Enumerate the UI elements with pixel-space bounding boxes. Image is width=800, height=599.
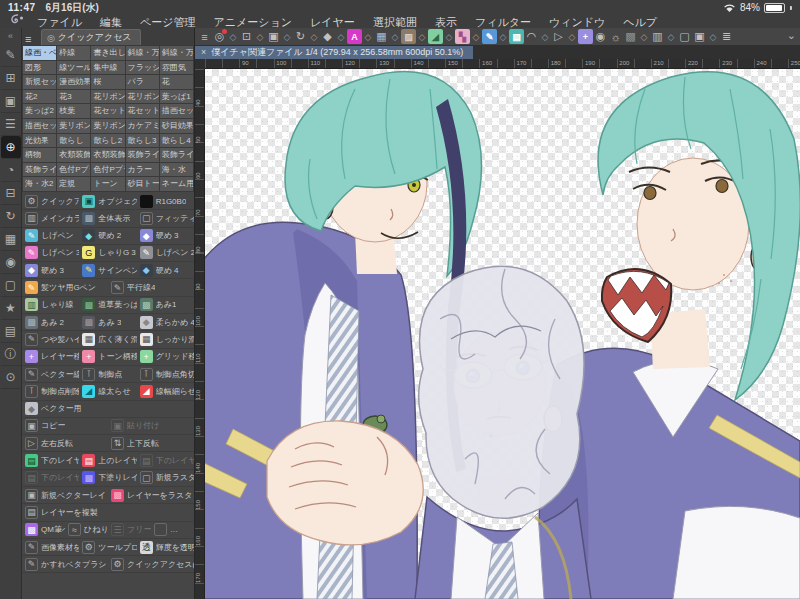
shortcut-制御点[interactable]: ⊺制御点 [79,368,136,381]
favorites-icon[interactable]: ★ [1,297,21,320]
menu-item-ウィンドウ[interactable]: ウィンドウ [540,16,614,28]
shortcut-オブジェクト 3[interactable]: ▣オブジェクト 3 [79,195,136,208]
shortcut-R1G0B0[interactable]: R1G0B0 [137,195,194,208]
snap-icon[interactable]: ▷ [551,29,566,44]
shortcut-フリーハンド[interactable]: ☰フリーハンド [108,523,151,536]
diamond-toggle-icon[interactable]: ◇ [308,29,320,44]
portfolio-icon[interactable]: ▣ [692,29,707,44]
text-tool-icon[interactable]: A [347,29,362,44]
shortcut-かすれベタブラシ[interactable]: ✎かすれベタブラシ [22,558,108,571]
qa-cell-枠線[interactable]: 枠線 [57,46,90,60]
qa-cell-散らし4[interactable]: 散らし4 [160,134,193,148]
qa-cell-花セット[interactable]: 花セット [91,104,124,118]
shortcut-レイヤーを複製[interactable]: ▤レイヤーを複製 [22,506,194,519]
diamond-toggle-icon[interactable]: ◇ [416,29,428,44]
shortcut-ツールプロパティ([interactable]: ⚙ツールプロパティ( [79,541,136,554]
qa-cell-葉リボン[interactable]: 葉リボン [57,119,90,133]
shortcut-貼り付け[interactable]: ▣貼り付け [108,419,194,432]
shortcut-柔らかめ 4[interactable]: ◆柔らかめ 4 [137,316,194,329]
shortcut-レイヤー移動[interactable]: +レイヤー移動 [22,350,79,363]
qa-cell-散らし2[interactable]: 散らし2 [91,134,124,148]
qa-cell-トーン[interactable]: トーン [91,177,124,191]
shortcut-しっかり滑らか削[interactable]: ▦しっかり滑らか削 [137,333,194,346]
clip-studio-logo-icon[interactable] [6,14,28,28]
shortcut-フィッティング[interactable]: ▢フィッティング [137,212,194,225]
menu-item-レイヤー[interactable]: レイヤー [301,16,364,28]
qa-cell-描画セット[interactable]: 描画セット [160,104,193,118]
shortcut-線太らせ[interactable]: ◢線太らせ [79,385,136,398]
qa-cell-花リボン2[interactable]: 花リボン2 [126,90,159,104]
transform-icon[interactable]: ⊡ [239,29,254,44]
shortcut-上下反転[interactable]: ⇅上下反転 [108,437,194,450]
menu-item-アニメーション[interactable]: アニメーション [205,16,302,28]
shortcut-下のレイヤーを編[interactable]: ▤下のレイヤーを編 [22,454,79,467]
diamond-toggle-icon[interactable]: ◇ [539,29,551,44]
diamond-toggle-icon[interactable]: ◇ [281,29,293,44]
green-material-icon[interactable]: ◢ [428,29,443,44]
diamond-toggle-icon[interactable]: ◇ [707,29,719,44]
qa-cell-カラー[interactable]: カラー [126,163,159,177]
shortcut-広く薄く滑らか削[interactable]: ▦広く薄く滑らか削 [79,333,136,346]
tone-icon[interactable]: ▩ [623,29,638,44]
zoom-cursor-icon[interactable]: ◉ [593,29,608,44]
shortcut-新規ベクターレイ[interactable]: ▣新規ベクターレイ [22,489,108,502]
stack-icon[interactable]: ≣ [719,29,734,44]
diamond-toggle-icon[interactable]: ◇ [638,29,650,44]
zoom-tool-icon[interactable]: ⊕ [1,136,21,159]
qa-cell-描画セット[interactable]: 描画セット [23,119,56,133]
diamond-toggle-icon[interactable]: ◇ [362,29,374,44]
color-picker-icon[interactable]: ◔ [1,159,21,182]
diamond-toggle-icon[interactable]: ◇ [566,29,578,44]
diamond-toggle-icon[interactable]: ◇ [335,29,347,44]
qa-cell-枝葉[interactable]: 枝葉 [57,104,90,118]
bag-icon[interactable]: ▣ [266,29,281,44]
qa-cell-色付Pブラシ[interactable]: 色付Pブラシ [91,163,124,177]
lasso-icon[interactable]: ◠ [524,29,539,44]
shortcut-道草葉っぱ用ブラ[interactable]: ▩道草葉っぱ用ブラ [79,298,136,311]
shortcut-メインカラーとサ[interactable]: ▥メインカラーとサ [22,212,79,225]
qa-cell-図形[interactable]: 図形 [23,61,56,75]
shortcut-左右反転[interactable]: ▷左右反転 [22,437,108,450]
menu-item-ページ管理[interactable]: ページ管理 [131,16,205,28]
pink-checker-icon[interactable]: ▚ [455,29,470,44]
shortcut-輝度を透明度に変[interactable]: 透輝度を透明度に変 [137,541,194,554]
menu-item-ファイル[interactable]: ファイル [28,16,91,28]
qa-cell-花2[interactable]: 花2 [23,90,56,104]
grid-icon[interactable]: ▦ [1,228,21,251]
menu-item-フィルター[interactable]: フィルター [466,16,540,28]
shortcut-髪ツヤ用Gペン[interactable]: ✎髪ツヤ用Gペン [22,281,108,294]
shortcut-ベクター用[interactable]: ◆ベクター用 [22,402,194,415]
window-icon[interactable]: ▢ [677,29,692,44]
shortcut-新規ラスターレイ[interactable]: ▢新規ラスターレイ [137,471,194,484]
shortcut-コピー[interactable]: ▣コピー [22,419,108,432]
qa-cell-書き出し[interactable]: 書き出し [91,46,124,60]
close-tab-icon[interactable]: × [201,46,206,59]
shortcut-ベクター線単純化[interactable]: ✎ベクター線単純化 [22,368,79,381]
diamond-toggle-icon[interactable]: ◇ [497,29,509,44]
qa-cell-衣類装飾[interactable]: 衣類装飾 [57,148,90,162]
document-tab[interactable]: × 僕イチャ関連ファイル 1/4 (279.94 x 256.58mm 600d… [195,46,473,59]
puzzle-move-icon[interactable]: + [578,29,593,44]
shortcut-硬め 2[interactable]: ◆硬め 2 [79,229,136,242]
diamond-toggle-icon[interactable]: ◇ [389,29,401,44]
menu-item-選択範囲[interactable]: 選択範囲 [364,16,426,28]
sun-icon[interactable]: ☼ [608,29,623,44]
blue-brush-icon[interactable]: ✎ [482,29,497,44]
qa-cell-葉リボン2[interactable]: 葉リボン2 [91,119,124,133]
diamond-toggle-icon[interactable]: ◇ [665,29,677,44]
toolbar-menu-icon[interactable]: ≡ [197,29,212,44]
target-icon[interactable]: ◉ [1,251,21,274]
menu-item-編集[interactable]: 編集 [91,16,131,28]
rotate-canvas-icon[interactable]: ↻ [1,205,21,228]
qa-cell-柄物[interactable]: 柄物 [23,148,56,162]
menu-item-表示[interactable]: 表示 [426,16,466,28]
shortcut-グリッド移動[interactable]: +グリッド移動 [137,350,194,363]
stack-move-icon[interactable]: ⊟ [1,182,21,205]
qa-cell-散らし[interactable]: 散らし [57,134,90,148]
shortcut-クイックアクセス設[interactable]: ⚙クイックアクセス設 [22,195,79,208]
shortcut-トーン柄移動[interactable]: +トーン柄移動 [79,350,136,363]
shortcut-制御点角切り替え[interactable]: ⊺制御点角切り替え [137,368,194,381]
qa-cell-葉っぱ2[interactable]: 葉っぱ2 [23,104,56,118]
qa-cell-漫画効果[interactable]: 漫画効果 [57,75,90,89]
shortcut-硬め 3[interactable]: ◆硬め 3 [22,264,79,277]
